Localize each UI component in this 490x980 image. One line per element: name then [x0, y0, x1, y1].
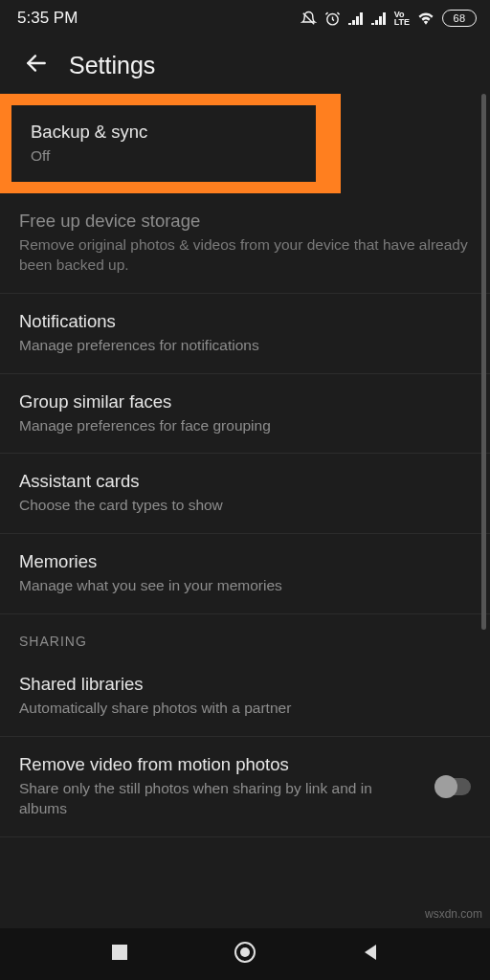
item-notifications[interactable]: Notifications Manage preferences for not… [0, 294, 490, 374]
volte-icon: VoLTE [394, 11, 410, 26]
scrollbar[interactable] [481, 94, 486, 630]
toggle-knob [434, 775, 457, 798]
item-subtitle: Manage preferences for notifications [19, 336, 471, 356]
status-time: 5:35 PM [17, 9, 78, 28]
item-subtitle: Automatically share photos with a partne… [19, 699, 471, 719]
page-title: Settings [69, 52, 155, 79]
item-title: Remove video from motion photos [19, 753, 413, 777]
triangle-back-icon [361, 943, 380, 966]
alarm-icon [324, 11, 341, 27]
item-free-up-storage[interactable]: Free up device storage Remove original p… [0, 193, 490, 294]
item-memories[interactable]: Memories Manage what you see in your mem… [0, 534, 490, 614]
status-bar: 5:35 PM VoLTE 68 [0, 0, 490, 36]
svg-point-3 [240, 947, 250, 957]
app-bar: Settings [0, 36, 490, 94]
square-icon [111, 944, 128, 965]
navigation-bar [0, 928, 490, 980]
item-title: Assistant cards [19, 470, 471, 494]
nav-recents-button[interactable] [100, 935, 139, 973]
battery-icon: 68 [442, 10, 477, 27]
nav-home-button[interactable] [226, 935, 264, 973]
status-icons: VoLTE 68 [301, 10, 477, 27]
item-title: Memories [19, 550, 471, 574]
item-subtitle: Manage preferences for face grouping [19, 416, 471, 436]
item-title: Free up device storage [19, 210, 471, 234]
item-remove-video-motion[interactable]: Remove video from motion photos Share on… [0, 737, 490, 837]
item-shared-libraries[interactable]: Shared libraries Automatically share pho… [0, 657, 490, 737]
item-title: Group similar faces [19, 390, 471, 414]
item-group-similar-faces[interactable]: Group similar faces Manage preferences f… [0, 374, 490, 455]
signal-2-icon [371, 11, 387, 25]
back-button[interactable] [13, 42, 59, 88]
toggle-switch[interactable] [436, 778, 471, 795]
highlight-frame: Backup & sync Off [0, 94, 341, 193]
item-subtitle: Manage what you see in your memories [19, 576, 471, 596]
item-subtitle: Off [31, 146, 297, 167]
dnd-icon [301, 11, 317, 27]
item-backup-sync[interactable]: Backup & sync Off [11, 105, 316, 182]
watermark: wsxdn.com [425, 907, 482, 921]
item-subtitle: Share only the still photos when sharing… [19, 779, 413, 819]
item-subtitle: Choose the card types to show [19, 496, 471, 516]
item-assistant-cards[interactable]: Assistant cards Choose the card types to… [0, 454, 490, 534]
item-title: Backup & sync [31, 121, 297, 145]
wifi-icon [417, 11, 434, 25]
nav-back-button[interactable] [351, 935, 390, 973]
svg-rect-1 [112, 945, 127, 960]
circle-icon [234, 941, 256, 968]
item-title: Notifications [19, 310, 471, 334]
settings-list: Backup & sync Off Free up device storage… [0, 94, 490, 837]
section-sharing: SHARING [0, 614, 490, 657]
item-subtitle: Remove original photos & videos from you… [19, 235, 471, 276]
signal-1-icon [348, 11, 364, 25]
item-title: Shared libraries [19, 673, 471, 697]
arrow-back-icon [24, 51, 49, 79]
